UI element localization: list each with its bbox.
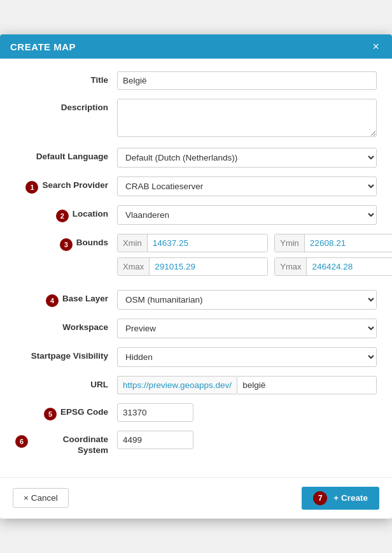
ymax-label: Ymax xyxy=(275,258,307,275)
epsg-control xyxy=(117,403,377,422)
ymax-field: Ymax xyxy=(274,257,392,276)
description-row: Description xyxy=(15,99,377,139)
xmax-field: Xmax xyxy=(117,257,268,276)
coordinate-label: 6 Coordinate System xyxy=(15,431,117,455)
xmin-field: Xmin xyxy=(117,234,268,252)
ymin-label: Ymin xyxy=(275,234,305,252)
dialog-title: CREATE MAP xyxy=(10,41,76,52)
dialog-header: CREATE MAP × xyxy=(0,34,392,59)
default-language-control: Default (Dutch (Netherlands)) xyxy=(117,148,377,168)
description-label: Description xyxy=(15,99,117,113)
default-language-row: Default Language Default (Dutch (Netherl… xyxy=(15,148,377,168)
step-badge-5: 5 xyxy=(44,408,57,420)
url-label: URL xyxy=(15,376,117,390)
search-provider-select[interactable]: CRAB Locatieserver xyxy=(117,176,377,196)
bounds-label: 3 Bounds xyxy=(15,234,117,251)
epsg-input[interactable] xyxy=(117,403,193,422)
bounds-top-row: Xmin Ymin xyxy=(117,234,392,252)
search-provider-control: CRAB Locatieserver xyxy=(117,176,377,196)
ymin-input[interactable] xyxy=(305,234,392,252)
startpage-visibility-select[interactable]: Hidden xyxy=(117,347,377,367)
coordinate-row: 6 Coordinate System xyxy=(15,431,377,455)
title-control xyxy=(117,71,377,90)
coordinate-control xyxy=(117,431,377,449)
default-language-select[interactable]: Default (Dutch (Netherlands)) xyxy=(117,148,377,168)
base-layer-select[interactable]: OSM (humanitarian) xyxy=(117,290,377,310)
step-badge-4: 4 xyxy=(46,294,59,307)
dialog-body: Title Description Default Language Defau… xyxy=(0,59,392,477)
description-control xyxy=(117,99,377,139)
location-row: 2 Location Vlaanderen xyxy=(15,205,377,225)
bounds-row: 3 Bounds Xmin Ymin Xmax xyxy=(15,234,377,281)
description-input[interactable] xyxy=(117,99,377,137)
base-layer-label: 4 Base Layer xyxy=(15,290,117,307)
title-label: Title xyxy=(15,71,117,85)
url-field: https://preview.geoapps.dev/ xyxy=(117,376,377,394)
epsg-label: 5 EPSG Code xyxy=(15,403,117,420)
url-base: https://preview.geoapps.dev/ xyxy=(117,376,237,394)
step-badge-7: 7 xyxy=(313,491,327,505)
startpage-visibility-label: Startpage Visibility xyxy=(15,347,117,361)
xmin-input[interactable] xyxy=(148,234,268,252)
url-row: URL https://preview.geoapps.dev/ xyxy=(15,376,377,394)
base-layer-row: 4 Base Layer OSM (humanitarian) xyxy=(15,290,377,310)
step-badge-2: 2 xyxy=(56,210,69,222)
url-suffix-input[interactable] xyxy=(237,376,377,394)
create-button[interactable]: 7 + Create xyxy=(302,487,379,510)
location-control: Vlaanderen xyxy=(117,205,377,225)
bounds-bottom-row: Xmax Ymax xyxy=(117,257,392,276)
workspace-row: Workspace Preview xyxy=(15,319,377,338)
workspace-select[interactable]: Preview xyxy=(117,319,377,338)
step-badge-1: 1 xyxy=(25,181,38,194)
ymax-input[interactable] xyxy=(307,258,392,275)
search-provider-row: 1 Search Provider CRAB Locatieserver xyxy=(15,176,377,196)
workspace-control: Preview xyxy=(117,319,377,338)
step-badge-6: 6 xyxy=(15,435,28,448)
cancel-button[interactable]: × Cancel xyxy=(13,488,69,508)
create-label: + Create xyxy=(333,493,368,503)
epsg-row: 5 EPSG Code xyxy=(15,403,377,422)
startpage-visibility-control: Hidden xyxy=(117,347,377,367)
startpage-visibility-row: Startpage Visibility Hidden xyxy=(15,347,377,367)
title-input[interactable] xyxy=(117,71,377,90)
title-row: Title xyxy=(15,71,377,90)
default-language-label: Default Language xyxy=(15,148,117,162)
dialog-footer: × Cancel 7 + Create xyxy=(0,477,392,519)
base-layer-control: OSM (humanitarian) xyxy=(117,290,377,310)
xmax-label: Xmax xyxy=(118,258,150,275)
step-badge-3: 3 xyxy=(60,238,73,251)
search-provider-label: 1 Search Provider xyxy=(15,176,117,194)
xmax-input[interactable] xyxy=(150,258,267,275)
url-control: https://preview.geoapps.dev/ xyxy=(117,376,377,394)
location-select[interactable]: Vlaanderen xyxy=(117,205,377,225)
xmin-label: Xmin xyxy=(118,234,148,252)
ymin-field: Ymin xyxy=(274,234,392,252)
workspace-label: Workspace xyxy=(15,319,117,333)
close-button[interactable]: × xyxy=(370,41,382,52)
create-map-dialog: CREATE MAP × Title Description Default xyxy=(0,34,392,518)
location-label: 2 Location xyxy=(15,205,117,222)
bounds-control: Xmin Ymin Xmax Ymax xyxy=(117,234,392,281)
coordinate-input[interactable] xyxy=(117,431,193,449)
